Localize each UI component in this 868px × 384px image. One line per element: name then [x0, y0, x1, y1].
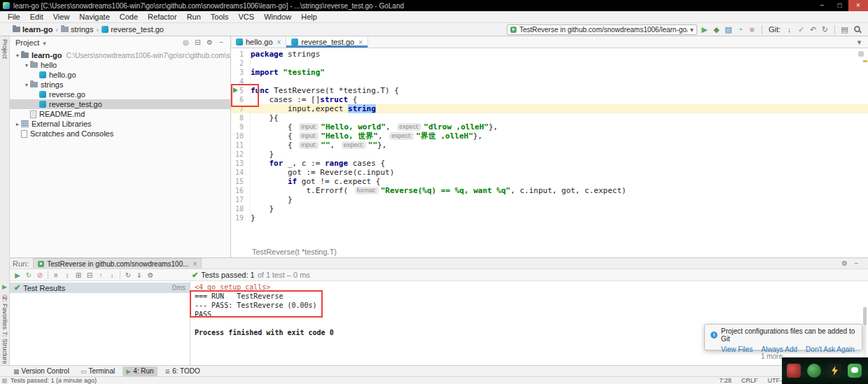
- taskbar-app-red-icon[interactable]: [787, 364, 801, 378]
- toolwindow-button-6-todo[interactable]: ≣6: TODO: [162, 367, 204, 376]
- maximize-button[interactable]: □: [831, 0, 848, 11]
- rerun-failed-icon[interactable]: ↻: [23, 269, 34, 281]
- tree-toggle-icon[interactable]: [14, 121, 21, 127]
- menu-edit[interactable]: Edit: [25, 11, 48, 22]
- history-icon[interactable]: ↻: [819, 24, 831, 36]
- tree-item-reverse_test.go[interactable]: reverse_test.go: [10, 99, 230, 109]
- rerun-icon[interactable]: ▶: [0, 283, 9, 291]
- hide-icon[interactable]: −: [216, 36, 227, 49]
- toolwindow-button-version-control[interactable]: ▦Version Control: [10, 367, 73, 376]
- menu-refactor[interactable]: Refactor: [143, 11, 182, 22]
- tree-item-hello.go[interactable]: hello.go: [10, 70, 230, 80]
- code-line[interactable]: 11 { input:"", expect:""},: [231, 141, 868, 150]
- tree-item-strings[interactable]: strings: [10, 80, 230, 90]
- code-line[interactable]: 2: [231, 59, 868, 68]
- tree-item-hello[interactable]: hello: [10, 60, 230, 70]
- code-line[interactable]: 13 for _, c := range cases {: [231, 159, 868, 168]
- toolwindow-stripe-favorites[interactable]: 2: Favorites: [1, 297, 8, 329]
- line-separator-widget[interactable]: CRLF: [741, 377, 758, 384]
- breadcrumb-item-reverse_test.go[interactable]: reverse_test.go: [102, 25, 164, 34]
- code-line[interactable]: 3import "testing": [231, 68, 868, 77]
- run-icon[interactable]: ▶: [126, 368, 131, 375]
- layout-icon[interactable]: ▤: [839, 24, 850, 36]
- menu-navigate[interactable]: Navigate: [74, 11, 114, 22]
- code-line[interactable]: 18 }: [231, 204, 868, 213]
- run-panel-tab[interactable]: TestReverse in github.com/snowdreams100.…: [33, 258, 202, 269]
- minimize-button[interactable]: −: [813, 0, 831, 11]
- line-number[interactable]: 14: [231, 168, 251, 177]
- expand-all-icon[interactable]: ⊞: [73, 269, 84, 281]
- error-stripe-mark[interactable]: [863, 60, 867, 62]
- code-line[interactable]: 4: [231, 77, 868, 86]
- more-notifications-link[interactable]: 1 more: [761, 353, 783, 360]
- collapse-all-icon[interactable]: ⊟: [84, 269, 95, 281]
- toolwindow-toggle-icon[interactable]: [2, 378, 7, 383]
- project-panel-title[interactable]: Project: [15, 38, 46, 47]
- toolwindow-button-4-run[interactable]: ▶4: Run: [122, 367, 157, 376]
- code-line[interactable]: 16 t.Errorf( format:"Reverse(%q) == %q, …: [231, 186, 868, 195]
- code-line[interactable]: 6 cases := []struct {: [231, 95, 868, 104]
- run-test-gutter-icon[interactable]: [233, 87, 238, 93]
- menu-window[interactable]: Window: [259, 11, 296, 22]
- inspections-widget-icon[interactable]: [858, 51, 864, 57]
- code-line[interactable]: 12 }: [231, 150, 868, 159]
- next-icon[interactable]: ↓: [106, 269, 118, 281]
- tree-toggle-icon[interactable]: [23, 82, 30, 88]
- settings-icon[interactable]: ⚙: [204, 36, 216, 49]
- hide-icon[interactable]: −: [850, 258, 862, 269]
- rollback-icon[interactable]: ↶: [807, 24, 819, 36]
- scrollbar-thumb[interactable]: [863, 307, 867, 325]
- run-icon[interactable]: ▶: [699, 24, 710, 36]
- stop-icon[interactable]: ■: [746, 24, 758, 36]
- line-number[interactable]: 8: [231, 113, 251, 122]
- menu-code[interactable]: Code: [115, 11, 143, 22]
- close-icon[interactable]: ×: [277, 38, 281, 46]
- search-everywhere-icon[interactable]: [854, 26, 860, 32]
- settings-icon[interactable]: ⚙: [839, 258, 850, 269]
- coverage-icon[interactable]: ▨: [722, 24, 734, 36]
- taskbar-app-green-icon[interactable]: [807, 364, 821, 378]
- code-line[interactable]: 10 { input:"Hello, 世界", expect:"界世 ,olle…: [231, 131, 868, 141]
- sidebar-item-project[interactable]: Project: [1, 39, 8, 59]
- menu-help[interactable]: Help: [296, 11, 322, 22]
- code-line[interactable]: 7 input,expect string: [231, 104, 868, 113]
- commit-icon[interactable]: ✓: [795, 24, 807, 36]
- notification-link-view-files[interactable]: View Files: [721, 346, 752, 353]
- line-number[interactable]: 9: [231, 122, 251, 131]
- caret-position-widget[interactable]: 7:28: [719, 377, 732, 384]
- filter-icon[interactable]: ≡: [50, 269, 62, 281]
- tree-item-readme.md[interactable]: README.md: [10, 109, 230, 119]
- tree-item-external-libraries[interactable]: External Libraries: [10, 119, 230, 129]
- todo-icon[interactable]: ≣: [165, 368, 171, 375]
- line-number[interactable]: 10: [231, 131, 251, 141]
- line-number[interactable]: 15: [231, 177, 251, 186]
- locate-file-icon[interactable]: ◎: [180, 36, 192, 49]
- line-number[interactable]: 5: [231, 86, 251, 95]
- line-number[interactable]: 16: [231, 186, 251, 195]
- editor-tab-hello.go[interactable]: hello.go×: [231, 36, 286, 48]
- tree-item-learn-go[interactable]: learn-goC:\Users\snowdreams1006-win7\go\…: [10, 50, 230, 60]
- code-line[interactable]: 17 }: [231, 195, 868, 204]
- menu-vcs[interactable]: VCS: [234, 11, 260, 22]
- line-number[interactable]: 13: [231, 159, 251, 168]
- line-number[interactable]: 17: [231, 195, 251, 204]
- collapse-all-icon[interactable]: ⊟: [192, 36, 204, 49]
- taskbar-app-lightning-icon[interactable]: [827, 364, 841, 378]
- tree-item-scratches-and-consoles[interactable]: Scratches and Consoles: [10, 129, 230, 138]
- export-icon[interactable]: ⇓: [134, 269, 145, 281]
- update-project-icon[interactable]: ↓: [783, 24, 795, 36]
- code-line[interactable]: 15 if got != c.expect {: [231, 177, 868, 186]
- code-line[interactable]: 5func TestReverse(t *testing.T) {: [231, 86, 868, 95]
- line-number[interactable]: 18: [231, 204, 251, 213]
- close-icon[interactable]: ×: [193, 260, 197, 268]
- line-number[interactable]: 19: [231, 213, 251, 222]
- tree-toggle-icon[interactable]: [23, 62, 30, 69]
- tab-list-icon[interactable]: ▾: [853, 36, 865, 48]
- code-line[interactable]: 9 { input:"Hello, world", expect:"dlrow …: [231, 122, 868, 131]
- line-number[interactable]: 3: [231, 68, 251, 77]
- run-configuration-select[interactable]: TestReverse in github.com/snowdreams1006…: [507, 24, 697, 35]
- toolwindow-button-terminal[interactable]: ▭Terminal: [77, 367, 118, 376]
- breadcrumb-item-learn-go[interactable]: learn-go: [13, 25, 52, 34]
- code-line[interactable]: 14 got := Reverse(c.input): [231, 168, 868, 177]
- previous-icon[interactable]: ↑: [95, 269, 106, 281]
